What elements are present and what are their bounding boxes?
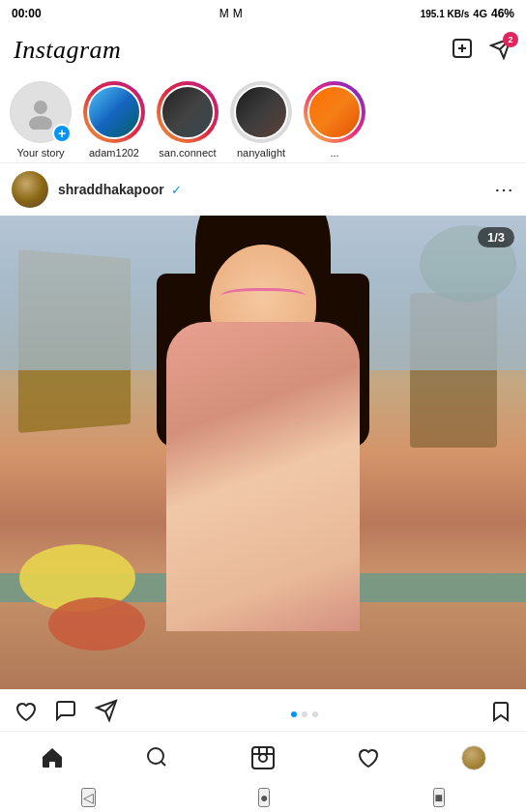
bookmark-button[interactable] (489, 700, 512, 729)
share-button[interactable] (95, 699, 120, 730)
pagination-dots (291, 711, 318, 717)
bg-cushion-red (48, 597, 145, 651)
signal-icon: 4G (473, 8, 487, 19)
reels-nav-button[interactable] (244, 739, 282, 777)
svg-point-10 (259, 754, 267, 762)
like-button[interactable] (14, 699, 39, 730)
post-user[interactable]: shraddhakapoor ✓ (12, 171, 182, 208)
post-more-button[interactable]: ⋯ (494, 178, 514, 201)
post-username: shraddhakapoor (58, 182, 164, 197)
post-user-info: shraddhakapoor ✓ (58, 181, 182, 198)
story-avatar-4 (307, 85, 362, 139)
email-icon: M (219, 7, 229, 20)
your-story-label: Your story (16, 147, 64, 159)
network-speed: 195.1 KB/s (421, 9, 470, 19)
android-recents-button[interactable]: ■ (433, 788, 445, 807)
story-avatar-1 (87, 85, 141, 139)
svg-point-4 (29, 116, 52, 130)
post-avatar (12, 171, 48, 208)
top-nav: Instagram 2 (0, 27, 526, 75)
story-label-3: nanyalight (237, 147, 285, 159)
post-image-background (0, 216, 526, 689)
create-post-button[interactable] (451, 37, 474, 64)
home-nav-button[interactable] (33, 739, 72, 777)
status-bar: 00:00 M M 195.1 KB/s 4G 46% (0, 0, 526, 27)
android-back-button[interactable]: ◁ (81, 788, 96, 807)
story-ring-3 (230, 81, 292, 143)
comment-button[interactable] (54, 699, 79, 730)
search-nav-button[interactable] (138, 739, 177, 777)
nav-icons: 2 (451, 37, 512, 64)
nav-profile-avatar (461, 745, 486, 770)
status-right: 195.1 KB/s 4G 46% (421, 7, 514, 20)
post-avatar-image (12, 171, 48, 208)
story-item-4[interactable]: ... (304, 81, 365, 159)
story-avatar-2 (161, 85, 215, 139)
story-item-3[interactable]: nanyalight (230, 81, 292, 159)
post-actions (0, 689, 526, 736)
story-ring-1 (83, 81, 145, 143)
dot-3 (312, 711, 318, 717)
post-header: shraddhakapoor ✓ ⋯ (0, 163, 526, 216)
story-ring-2 (157, 81, 219, 143)
dot-1 (291, 711, 297, 717)
story-label-1: adam1202 (89, 147, 139, 159)
svg-point-7 (148, 748, 163, 764)
messages-button[interactable]: 2 (489, 37, 512, 64)
post-image-counter: 1/3 (478, 227, 514, 247)
add-story-button[interactable]: + (52, 124, 72, 143)
bottom-nav (0, 731, 526, 783)
story-item-1[interactable]: adam1202 (83, 81, 145, 159)
svg-rect-9 (252, 747, 274, 768)
person-glasses (219, 288, 307, 309)
status-time: 00:00 (12, 7, 42, 20)
story-avatar-3 (234, 85, 288, 139)
verified-icon: ✓ (171, 183, 182, 197)
story-item-2[interactable]: san.connect (157, 81, 219, 159)
messages-badge: 2 (503, 32, 518, 47)
your-story-item[interactable]: + Your story (10, 81, 72, 159)
story-label-2: san.connect (159, 147, 216, 159)
app-logo: Instagram (14, 36, 121, 65)
profile-nav-button[interactable] (454, 739, 493, 777)
battery-level: 46% (491, 7, 514, 20)
android-nav-bar: ◁ ● ■ (0, 783, 526, 812)
svg-point-3 (34, 101, 47, 114)
android-home-button[interactable]: ● (258, 788, 270, 807)
post-image[interactable]: 1/3 (0, 216, 526, 689)
story-label-4: ... (330, 147, 338, 159)
story-ring-4 (304, 81, 365, 143)
your-story-avatar-wrap: + (10, 81, 72, 143)
svg-line-8 (161, 761, 165, 765)
dot-2 (302, 711, 307, 717)
activity-nav-button[interactable] (349, 739, 388, 777)
post: shraddhakapoor ✓ ⋯ (0, 163, 526, 736)
person-body (166, 322, 360, 631)
stories-row: + Your story adam1202 san.connect nanyal… (0, 75, 526, 163)
status-center: M M (219, 7, 243, 20)
action-left-group (14, 699, 120, 730)
email-icon2: M (233, 7, 243, 20)
